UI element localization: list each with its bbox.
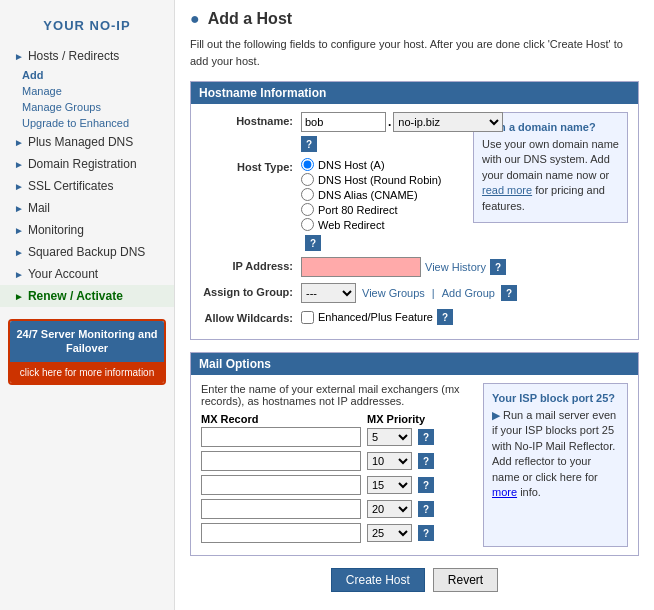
page-header: ● Add a Host	[190, 10, 639, 28]
mail-section-header: Mail Options	[191, 353, 638, 375]
sidebar-item-domain[interactable]: ► Domain Registration	[0, 153, 174, 175]
wildcards-checkbox[interactable]	[301, 311, 314, 324]
sidebar-item-add[interactable]: Add	[0, 67, 174, 83]
group-label: Assign to Group:	[201, 283, 301, 298]
sidebar-item-monitoring[interactable]: ► Monitoring	[0, 219, 174, 241]
sidebar-item-hosts[interactable]: ► Hosts / Redirects	[0, 45, 174, 67]
mail-isp-box: Your ISP block port 25? ▶ Run a mail ser…	[483, 383, 628, 547]
view-history-link[interactable]: View History	[425, 261, 486, 273]
hostname-section-header: Hostname Information	[191, 82, 638, 104]
mx-help-5[interactable]: ?	[418, 525, 434, 541]
hostname-label: Hostname:	[201, 112, 301, 127]
wildcards-help-button[interactable]: ?	[437, 309, 453, 325]
radio-web-redirect-input[interactable]	[301, 218, 314, 231]
radio-port80-label: Port 80 Redirect	[318, 204, 397, 216]
radio-port80[interactable]: Port 80 Redirect	[301, 203, 442, 216]
monitor-button[interactable]: click here for more information	[10, 362, 164, 383]
hostname-section: Hostname Information Own a domain name? …	[190, 81, 639, 340]
mx-help-3[interactable]: ?	[418, 477, 434, 493]
page-title: Add a Host	[208, 10, 292, 28]
radio-dns-a[interactable]: DNS Host (A)	[301, 158, 442, 171]
mx-input-3[interactable]	[201, 475, 361, 495]
hostname-dot: .	[388, 115, 391, 129]
mx-priority-select-2[interactable]: 510152025	[367, 452, 412, 470]
create-host-button[interactable]: Create Host	[331, 568, 425, 592]
mx-priority-2: 510152025	[367, 452, 412, 470]
radio-dns-a-input[interactable]	[301, 158, 314, 171]
hostname-row: Hostname: . no-ip.biz no-ip.com no-ip.or…	[201, 112, 463, 152]
monitor-title: 24/7 Server Monitoring and Failover	[10, 321, 164, 362]
ip-control: View History ?	[301, 257, 628, 277]
sidebar-item-upgrade[interactable]: Upgrade to Enhanced	[0, 115, 174, 131]
ip-address-row: IP Address: View History ?	[201, 257, 628, 277]
sidebar-item-manage-groups[interactable]: Manage Groups	[0, 99, 174, 115]
radio-dns-a-label: DNS Host (A)	[318, 159, 385, 171]
mail-section-inner: Enter the name of your external mail exc…	[201, 383, 628, 547]
form-buttons: Create Host Revert	[190, 568, 639, 592]
revert-button[interactable]: Revert	[433, 568, 498, 592]
add-group-link[interactable]: Add Group	[442, 287, 495, 299]
host-type-help-button[interactable]: ?	[305, 235, 321, 251]
hostname-help-button[interactable]: ?	[301, 136, 317, 152]
page-description: Fill out the following fields to configu…	[190, 36, 639, 69]
isp-more-link[interactable]: more	[492, 486, 517, 498]
ip-help-button[interactable]: ?	[490, 259, 506, 275]
ip-label: IP Address:	[201, 257, 301, 272]
hostname-domain-select[interactable]: no-ip.biz no-ip.com no-ip.org	[393, 112, 503, 132]
sidebar-item-plus[interactable]: ► Plus Managed DNS	[0, 131, 174, 153]
radio-dns-rr[interactable]: DNS Host (Round Robin)	[301, 173, 442, 186]
wildcard-row: Enhanced/Plus Feature	[301, 311, 433, 324]
group-help-button[interactable]: ?	[501, 285, 517, 301]
mx-priority-header: MX Priority	[367, 413, 447, 425]
radio-dns-rr-label: DNS Host (Round Robin)	[318, 174, 442, 186]
sidebar-item-mail[interactable]: ► Mail	[0, 197, 174, 219]
radio-dns-rr-input[interactable]	[301, 173, 314, 186]
mx-priority-select-5[interactable]: 510152025	[367, 524, 412, 542]
sidebar-logo: YOUR NO-IP	[0, 10, 174, 45]
sidebar-item-backup[interactable]: ► Squared Backup DNS	[0, 241, 174, 263]
mail-section-body: Enter the name of your external mail exc…	[191, 375, 638, 555]
ip-input[interactable]	[301, 257, 421, 277]
radio-port80-input[interactable]	[301, 203, 314, 216]
radio-web-redirect[interactable]: Web Redirect	[301, 218, 442, 231]
mx-input-5[interactable]	[201, 523, 361, 543]
mx-input-1[interactable]	[201, 427, 361, 447]
isp-box-title: Your ISP block port 25?	[492, 392, 619, 404]
isp-box-text: ▶ Run a mail server even if your ISP blo…	[492, 408, 619, 500]
sidebar-item-ssl[interactable]: ► SSL Certificates	[0, 175, 174, 197]
mx-row-1: 510152025 ?	[201, 427, 473, 447]
radio-dns-cname[interactable]: DNS Alias (CNAME)	[301, 188, 442, 201]
arrow-icon: ►	[14, 51, 24, 62]
host-type-control: DNS Host (A) DNS Host (Round Robin) DNS …	[301, 158, 463, 251]
group-row: Assign to Group: --- View Groups | Add G…	[201, 283, 628, 303]
mx-input-4[interactable]	[201, 499, 361, 519]
sidebar-item-manage[interactable]: Manage	[0, 83, 174, 99]
own-domain-link[interactable]: read more	[482, 184, 532, 196]
radio-web-redirect-label: Web Redirect	[318, 219, 384, 231]
group-select[interactable]: ---	[301, 283, 356, 303]
host-type-label: Host Type:	[201, 158, 301, 173]
mx-priority-5: 510152025	[367, 524, 412, 542]
sidebar: YOUR NO-IP ► Hosts / Redirects Add Manag…	[0, 0, 175, 610]
hostname-input-row: . no-ip.biz no-ip.com no-ip.org	[301, 112, 503, 132]
mx-priority-select-1[interactable]: 510152025	[367, 428, 412, 446]
mx-help-4[interactable]: ?	[418, 501, 434, 517]
sidebar-item-account[interactable]: ► Your Account	[0, 263, 174, 285]
mx-input-2[interactable]	[201, 451, 361, 471]
mx-row-4: 510152025 ?	[201, 499, 473, 519]
mx-help-2[interactable]: ?	[418, 453, 434, 469]
radio-dns-cname-input[interactable]	[301, 188, 314, 201]
arrow-icon: ►	[14, 269, 24, 280]
bullet-icon: ●	[190, 10, 200, 28]
wildcards-control: Enhanced/Plus Feature ?	[301, 309, 628, 325]
main-content: ● Add a Host Fill out the following fiel…	[175, 0, 654, 610]
mx-priority-select-3[interactable]: 510152025	[367, 476, 412, 494]
mx-help-1[interactable]: ?	[418, 429, 434, 445]
sidebar-item-renew[interactable]: ► Renew / Activate	[0, 285, 174, 307]
wildcards-label: Allow Wildcards:	[201, 309, 301, 324]
view-groups-link[interactable]: View Groups	[362, 287, 425, 299]
hostname-input[interactable]	[301, 112, 386, 132]
arrow-icon: ►	[14, 225, 24, 236]
mx-priority-select-4[interactable]: 510152025	[367, 500, 412, 518]
group-control: --- View Groups | Add Group ?	[301, 283, 628, 303]
